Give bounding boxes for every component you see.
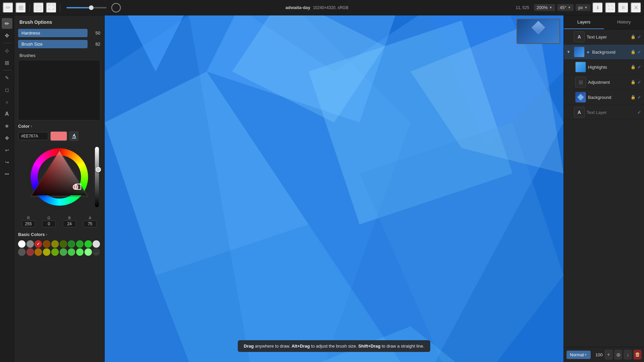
opacity-value: 100 (593, 352, 603, 357)
fill-tool[interactable]: ⬦ (2, 97, 12, 107)
layer-visible-check-0[interactable]: ✓ (637, 34, 641, 40)
fullscreen-icon[interactable]: ⛶ (605, 2, 616, 13)
layer-expand-icon-1[interactable]: ▼ (567, 50, 572, 54)
toolbar-separator-1 (3, 43, 11, 43)
layer-item-2[interactable]: Highlights 🔒 ✓ (564, 60, 644, 75)
transform-tool[interactable]: ✥ (2, 30, 12, 41)
layer-icons-1: 🔒 ✓ (630, 49, 641, 55)
selection-icon[interactable]: ⬚ (33, 2, 44, 13)
color-dot-9[interactable] (93, 240, 100, 248)
unit-chevron-icon: ▼ (584, 6, 588, 9)
color-dot-12[interactable] (35, 248, 42, 256)
history-redo[interactable]: ↪ (2, 157, 12, 168)
add-layer-button[interactable]: + (605, 350, 612, 359)
angle-control[interactable]: 45° ▼ (557, 4, 574, 11)
eyedropper-button[interactable]: 🔬 (69, 131, 78, 141)
brushes-grid[interactable] (18, 60, 100, 120)
layer-item-0[interactable]: A Text Layer 🔒 ✓ (564, 29, 644, 45)
canvas-area[interactable]: Drag anywhere to draw. Alt+Drag to adjus… (105, 15, 564, 362)
b-value[interactable] (63, 221, 76, 227)
brush-size-label[interactable]: Brush Size (18, 40, 88, 48)
hex-input[interactable] (18, 132, 48, 140)
download-button[interactable]: ⬇ (592, 2, 603, 13)
layers-tab[interactable]: Layers (564, 15, 604, 29)
color-dot-1[interactable] (26, 240, 34, 248)
heal-tool[interactable]: ✤ (2, 133, 12, 143)
layer-lock-icon-1[interactable]: 🔒 (630, 49, 636, 55)
color-dot-10[interactable] (18, 248, 25, 256)
layer-visible-check-1[interactable]: ✓ (637, 49, 641, 55)
g-value[interactable] (42, 221, 56, 227)
color-dot-17[interactable] (76, 248, 84, 256)
layer-item-5[interactable]: A Text Layer ✓ (564, 105, 644, 120)
brush-mode-icon[interactable]: ⊞ (15, 2, 26, 13)
color-dot-7[interactable] (76, 240, 84, 248)
color-dot-15[interactable] (60, 248, 67, 256)
color-dot-5[interactable] (60, 240, 67, 248)
layer-name-1: Background (592, 50, 628, 55)
layer-item-1[interactable]: ▼ ● Background 🔒 ✓ (564, 45, 644, 60)
more-colors-button[interactable]: … (93, 248, 100, 256)
text-tool[interactable]: A (2, 109, 12, 119)
color-header[interactable]: Color › (18, 124, 100, 129)
layer-visible-check-5[interactable]: ✓ (637, 110, 641, 115)
blend-mode-selector[interactable]: Normal ▼ (567, 351, 591, 359)
stamp-tool[interactable]: ❋ (2, 121, 12, 131)
eraser-tool[interactable]: ◻ (2, 84, 12, 95)
color-dot-14[interactable] (51, 248, 59, 256)
merge-layers-button[interactable]: ⊕ (614, 350, 622, 359)
crop-icon[interactable]: ⛶ (46, 2, 57, 13)
color-wheel-svg[interactable] (26, 143, 93, 210)
filename: adwaita-day (285, 5, 310, 10)
menu-icon[interactable]: ≡ (618, 2, 629, 13)
layer-icons-2: 🔒 ✓ (630, 64, 641, 70)
brush-options-panel: Brush Options Hardness 50 Brush Size 82 … (14, 15, 105, 362)
layer-name-2: Highlights (588, 65, 628, 70)
layer-item-3[interactable]: ⊞ Adjustment 🔒 ✓ (564, 75, 644, 90)
history-tab[interactable]: History (604, 15, 644, 29)
color-dot-0[interactable] (18, 240, 25, 248)
pencil-tool[interactable]: ✎ (2, 72, 12, 83)
layer-icons-3: 🔒 ✓ (630, 79, 641, 85)
layer-lock-icon-3[interactable]: 🔒 (630, 79, 636, 85)
more-tools[interactable]: ••• (2, 169, 12, 180)
r-value[interactable] (22, 221, 35, 227)
brightness-bar[interactable] (95, 147, 99, 207)
layer-visible-check-2[interactable]: ✓ (637, 64, 641, 70)
brightness-thumb[interactable] (96, 167, 101, 172)
paint-brush-tool[interactable]: ✏ (2, 18, 12, 29)
right-panel: Layers History A Text Layer 🔒 ✓ ▼ ● Back… (564, 15, 644, 362)
color-dot-2[interactable] (35, 240, 42, 248)
layer-item-4[interactable]: Background 🔒 ✓ (564, 90, 644, 105)
zoom-control[interactable]: 200% ▼ (534, 4, 555, 11)
layer-lock-icon-4[interactable]: 🔒 (630, 94, 636, 100)
left-toolbar: ✏ ✥ ⊹ ⊞ ✎ ◻ ⬦ A ❋ ✤ ↩ ↪ ••• (0, 15, 14, 362)
hardness-label[interactable]: Hardness (18, 29, 88, 37)
layer-lock-icon-2[interactable]: 🔒 (630, 64, 636, 70)
unit-control[interactable]: px ▼ (576, 4, 590, 11)
a-value[interactable] (83, 221, 97, 227)
color-dot-3[interactable] (43, 240, 50, 248)
layer-lock-icon-0[interactable]: 🔒 (630, 34, 636, 40)
delete-layer-button[interactable]: 🗑 (634, 350, 641, 359)
color-dot-8[interactable] (85, 240, 92, 248)
layer-visible-check-3[interactable]: ✓ (637, 79, 641, 85)
color-dot-18[interactable] (85, 248, 92, 256)
color-dot-4[interactable] (51, 240, 59, 248)
basic-colors-header[interactable]: Basic Colors › (14, 230, 104, 239)
history-undo[interactable]: ↩ (2, 145, 12, 156)
move-down-button[interactable]: ↓ (624, 350, 632, 359)
color-swatch[interactable] (50, 131, 67, 141)
brush-size-slider[interactable] (66, 7, 107, 8)
close-icon[interactable]: ✕ (631, 2, 641, 13)
brush-tool-icon[interactable]: ✏ (3, 2, 13, 13)
color-dot-16[interactable] (68, 248, 75, 256)
select-tool[interactable]: ⊹ (2, 45, 12, 56)
layers-tool[interactable]: ⊞ (2, 57, 12, 68)
color-dot-11[interactable] (26, 248, 34, 256)
angle-chevron-icon: ▼ (568, 6, 571, 9)
hardness-value: 50 (90, 31, 100, 36)
color-dot-13[interactable] (43, 248, 50, 256)
layer-visible-check-4[interactable]: ✓ (637, 95, 641, 100)
color-dot-6[interactable] (68, 240, 75, 248)
